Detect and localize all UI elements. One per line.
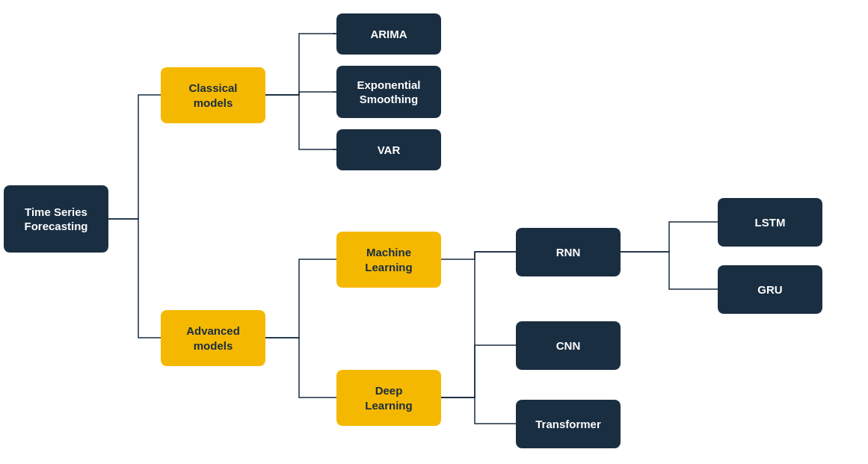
diagram: Time Series Forecasting Classical models…	[0, 0, 868, 464]
arima-node: ARIMA	[336, 13, 441, 55]
advanced-models-node: Advanced models	[161, 310, 265, 366]
lstm-node: LSTM	[718, 198, 822, 247]
transformer-node: Transformer	[516, 400, 621, 448]
gru-node: GRU	[718, 265, 822, 314]
rnn-node: RNN	[516, 228, 621, 276]
classical-models-node: Classical models	[161, 67, 265, 123]
machine-learning-node: Machine Learning	[336, 232, 441, 288]
exp-smoothing-node: Exponential Smoothing	[336, 66, 441, 118]
deep-learning-node: Deep Learning	[336, 370, 441, 426]
var-node: VAR	[336, 129, 441, 170]
root-node: Time Series Forecasting	[4, 185, 108, 253]
cnn-node: CNN	[516, 321, 621, 370]
